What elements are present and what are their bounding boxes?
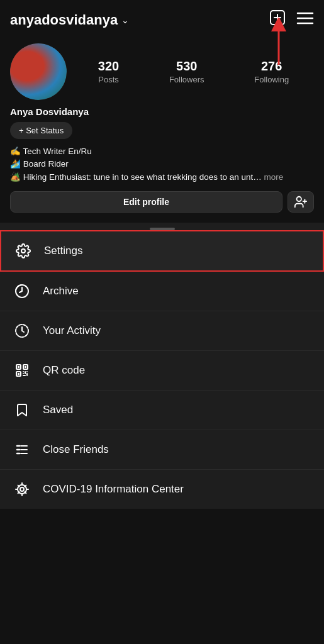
close-friends-icon bbox=[14, 441, 30, 458]
menu-item-qr[interactable]: QR code bbox=[0, 351, 324, 391]
avatar-image bbox=[10, 43, 67, 100]
menu-item-close-friends[interactable]: Close Friends bbox=[0, 430, 324, 470]
close-friends-label: Close Friends bbox=[43, 443, 109, 456]
bio-line-1: ✍️ Tech Writer En/Ru bbox=[10, 145, 314, 158]
profile-stats-row: 320 Posts 530 Followers 276 Following bbox=[10, 43, 314, 100]
settings-label: Settings bbox=[44, 245, 82, 257]
svg-rect-17 bbox=[18, 366, 20, 368]
saved-label: Saved bbox=[43, 404, 73, 416]
profile-section: 320 Posts 530 Followers 276 Following An… bbox=[0, 37, 324, 220]
followers-count: 530 bbox=[176, 59, 197, 74]
add-post-icon[interactable] bbox=[269, 9, 286, 31]
menu-item-saved[interactable]: Saved bbox=[0, 391, 324, 430]
chevron-down-icon[interactable]: ⌄ bbox=[121, 15, 129, 25]
edit-profile-button[interactable]: Edit profile bbox=[10, 191, 282, 213]
posts-stat[interactable]: 320 Posts bbox=[98, 59, 119, 84]
username-label[interactable]: anyadosvidanya bbox=[10, 12, 118, 28]
hamburger-menu-icon[interactable] bbox=[296, 10, 314, 30]
svg-rect-18 bbox=[25, 366, 26, 368]
svg-point-8 bbox=[297, 197, 301, 201]
archive-icon bbox=[14, 283, 30, 299]
menu-sheet: Settings Archive Your Activity bbox=[0, 230, 324, 509]
set-status-button[interactable]: + Set Status bbox=[10, 122, 72, 139]
posts-label: Posts bbox=[98, 75, 119, 84]
set-status-label: + Set Status bbox=[19, 126, 64, 135]
menu-item-settings[interactable]: Settings bbox=[0, 230, 324, 272]
header: anyadosvidanya ⌄ bbox=[0, 0, 324, 37]
stats-group: 320 Posts 530 Followers 276 Following bbox=[73, 59, 314, 84]
qr-label: QR code bbox=[43, 364, 85, 377]
menu-item-covid[interactable]: COVID-19 Information Center bbox=[0, 470, 324, 509]
bio-line-2: 🏄 Board Rider bbox=[10, 158, 314, 170]
activity-label: Your Activity bbox=[43, 325, 101, 337]
posts-count: 320 bbox=[98, 59, 119, 74]
following-count: 276 bbox=[261, 59, 282, 74]
bio-line-3: 🏕️ Hiking Enthusiast: tune in to see wha… bbox=[10, 171, 314, 184]
header-right bbox=[269, 9, 314, 31]
followers-stat[interactable]: 530 Followers bbox=[169, 59, 204, 84]
activity-icon bbox=[14, 323, 30, 339]
svg-point-11 bbox=[21, 249, 25, 253]
sheet-handle bbox=[0, 223, 324, 230]
bio-more-link[interactable]: more bbox=[264, 172, 283, 182]
bookmark-icon bbox=[14, 402, 30, 418]
add-person-button[interactable] bbox=[288, 191, 314, 213]
action-buttons: Edit profile bbox=[10, 191, 314, 213]
svg-point-29 bbox=[18, 449, 19, 450]
qr-icon bbox=[14, 362, 30, 379]
svg-point-31 bbox=[18, 453, 19, 454]
archive-label: Archive bbox=[43, 285, 79, 297]
following-stat[interactable]: 276 Following bbox=[254, 59, 289, 84]
menu-item-activity[interactable]: Your Activity bbox=[0, 311, 324, 351]
covid-label: COVID-19 Information Center bbox=[43, 483, 184, 496]
svg-rect-19 bbox=[18, 373, 20, 375]
svg-point-36 bbox=[20, 487, 24, 491]
menu-item-archive[interactable]: Archive bbox=[0, 272, 324, 311]
header-left: anyadosvidanya ⌄ bbox=[10, 12, 129, 28]
avatar[interactable] bbox=[10, 43, 67, 100]
profile-name: Anya Dosvidanya bbox=[10, 106, 314, 117]
following-label: Following bbox=[254, 75, 289, 84]
svg-point-27 bbox=[18, 445, 19, 447]
followers-label: Followers bbox=[169, 75, 204, 84]
settings-icon bbox=[15, 243, 31, 259]
bio-section: ✍️ Tech Writer En/Ru 🏄 Board Rider 🏕️ Hi… bbox=[10, 145, 314, 184]
covid-icon bbox=[14, 481, 30, 497]
